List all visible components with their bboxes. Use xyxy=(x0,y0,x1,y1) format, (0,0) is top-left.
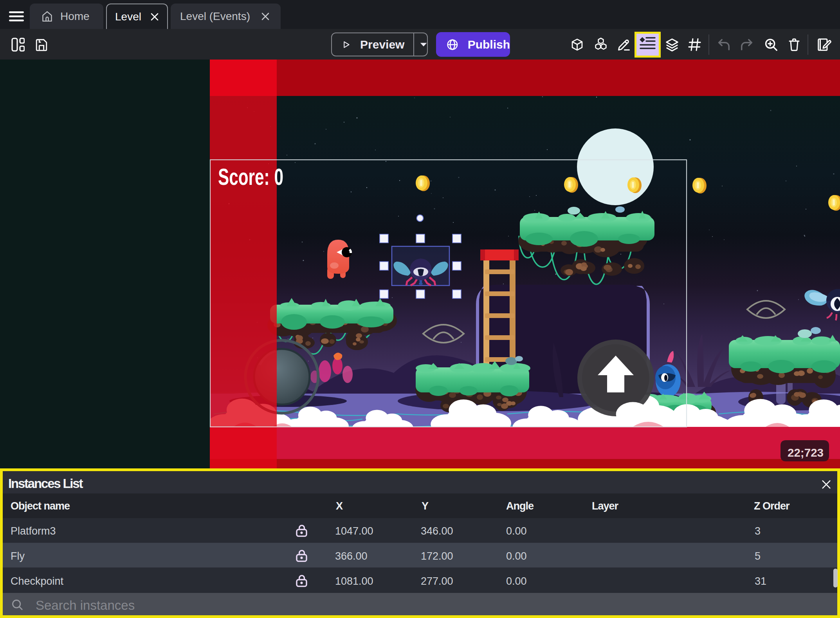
svg-text:Score: 0: Score: 0 xyxy=(218,164,283,190)
svg-text:22;723: 22;723 xyxy=(788,446,824,459)
